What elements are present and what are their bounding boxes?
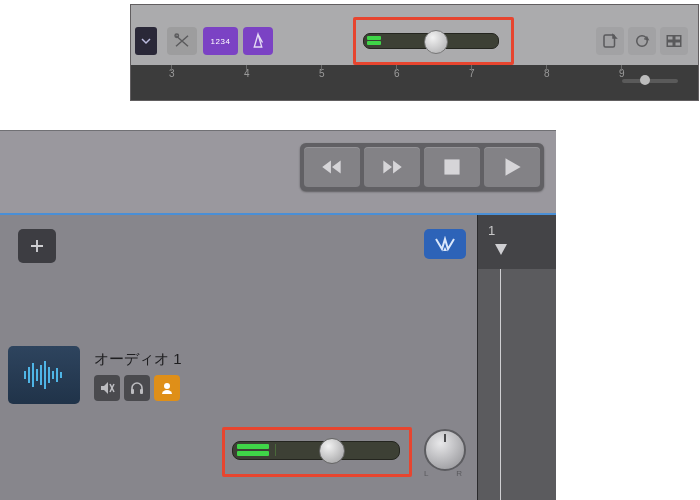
stop-icon: [439, 154, 465, 180]
track-info: オーディオ 1: [94, 350, 182, 401]
chevron-down-icon: [141, 36, 151, 46]
metronome-button[interactable]: [243, 27, 273, 55]
headphones-icon: [129, 380, 145, 396]
count-in-button[interactable]: 1234: [203, 27, 238, 55]
level-meter-left: [367, 36, 381, 40]
svg-rect-6: [675, 42, 681, 47]
track-name: オーディオ 1: [94, 350, 182, 369]
pan-knob[interactable]: [424, 429, 466, 471]
level-meter-right: [367, 41, 381, 45]
toolbar: 1234: [131, 5, 698, 65]
play-icon: [499, 154, 525, 180]
level-meter-left: [237, 444, 269, 449]
mute-icon: [99, 380, 115, 396]
volume-knob[interactable]: [424, 30, 448, 54]
pan-labels: L R: [424, 469, 462, 478]
automation-icon: [433, 236, 457, 252]
loop-icon: [633, 32, 651, 50]
svg-rect-20: [131, 389, 134, 394]
view-dropdown[interactable]: [135, 27, 157, 55]
metronome-icon: [249, 32, 267, 50]
track-volume-slider[interactable]: [232, 441, 400, 460]
track-controls: [94, 375, 182, 401]
track-row[interactable]: オーディオ 1: [8, 335, 472, 415]
record-icon: [159, 380, 175, 396]
browser-icon: [665, 32, 683, 50]
level-meter-peak: [275, 444, 280, 456]
playhead-marker[interactable]: [494, 243, 508, 257]
playhead-line: [500, 269, 501, 500]
scissors-tool-button[interactable]: [167, 27, 197, 55]
top-toolbar-panel: 1234 3 4 5 6 7 8 9: [130, 4, 699, 101]
record-enable-button[interactable]: [154, 375, 180, 401]
svg-rect-21: [140, 389, 143, 394]
tracks-panel: 1 オーディオ 1: [0, 130, 556, 499]
waveform-icon: [22, 359, 66, 391]
notepad-icon: [601, 32, 619, 50]
timeline-ruler[interactable]: 3 4 5 6 7 8 9: [131, 65, 698, 100]
mute-button[interactable]: [94, 375, 120, 401]
level-meter-right: [237, 451, 269, 456]
rewind-button[interactable]: [304, 147, 360, 187]
fast-forward-icon: [379, 154, 405, 180]
svg-rect-4: [675, 36, 681, 41]
transport-controls: [300, 143, 544, 191]
zoom-slider[interactable]: [622, 79, 678, 83]
loop-browser-button[interactable]: [628, 27, 656, 55]
play-button[interactable]: [484, 147, 540, 187]
pan-left-label: L: [424, 469, 428, 478]
volume-knob[interactable]: [319, 438, 345, 464]
svg-point-2: [637, 36, 648, 47]
monitor-button[interactable]: [124, 375, 150, 401]
fast-forward-button[interactable]: [364, 147, 420, 187]
timeline-header[interactable]: 1: [477, 215, 556, 269]
rewind-icon: [319, 154, 345, 180]
track-type-audio-icon: [8, 346, 80, 404]
scissors-icon: [173, 32, 191, 50]
automation-filter-button[interactable]: [424, 229, 466, 259]
svg-rect-3: [667, 36, 673, 41]
stop-button[interactable]: [424, 147, 480, 187]
add-track-button[interactable]: [18, 229, 56, 263]
svg-rect-7: [444, 159, 459, 174]
zoom-knob[interactable]: [640, 75, 650, 85]
master-volume-slider[interactable]: [363, 33, 499, 49]
plus-icon: [28, 237, 46, 255]
svg-point-22: [164, 383, 170, 389]
count-in-label: 1234: [211, 37, 231, 46]
timeline-region[interactable]: [477, 269, 556, 500]
svg-rect-5: [667, 42, 673, 47]
pan-right-label: R: [456, 469, 462, 478]
bar-number: 1: [488, 223, 495, 238]
notepad-button[interactable]: [596, 27, 624, 55]
track-header-bar: [18, 223, 474, 269]
browser-button[interactable]: [660, 27, 688, 55]
